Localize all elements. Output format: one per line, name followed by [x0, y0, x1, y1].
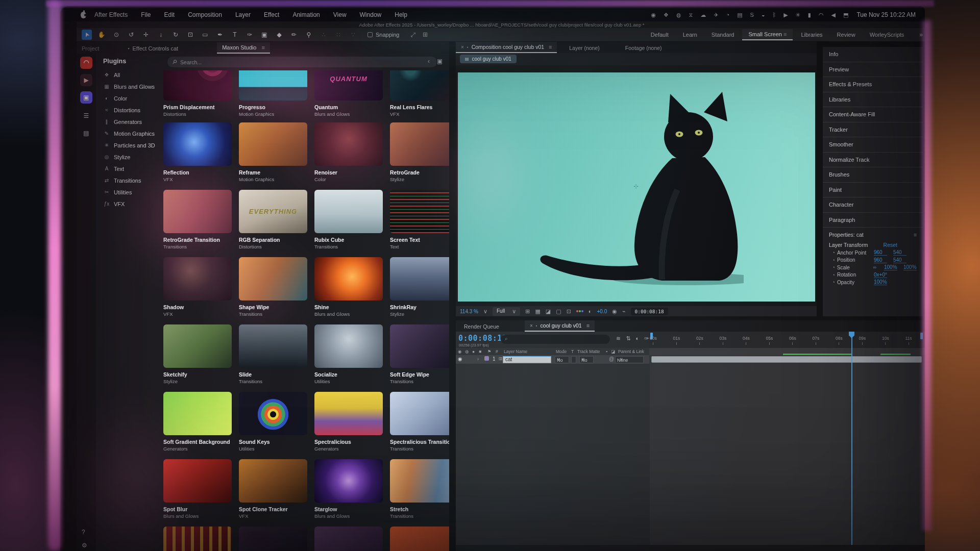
- category-vfx[interactable]: ƒx VFX: [96, 198, 163, 210]
- property-value[interactable]: 960: [874, 249, 887, 256]
- workspace-tab[interactable]: Libraries: [795, 30, 828, 40]
- display-icon[interactable]: ▤: [737, 12, 742, 18]
- column-track-matte[interactable]: Track Matte: [577, 349, 600, 354]
- property-value[interactable]: 100%: [874, 279, 887, 285]
- sliders-icon[interactable]: ☰: [80, 110, 92, 122]
- snapshot-camera-icon[interactable]: ◉: [612, 308, 617, 315]
- plugin-card[interactable]: Reflection VFX: [163, 122, 232, 182]
- workspace-tab[interactable]: Learn: [677, 30, 703, 40]
- stopwatch-icon[interactable]: ◔: [830, 265, 837, 270]
- plugin-card[interactable]: Spot Blur Blurs and Glows: [163, 459, 232, 519]
- battery-icon[interactable]: ▮: [808, 12, 811, 18]
- plugin-card[interactable]: RetroGrade Stylize: [390, 122, 449, 182]
- menu-item[interactable]: Effect: [264, 11, 279, 18]
- plugin-card[interactable]: Soft Edge Wipe Transitions: [390, 324, 449, 384]
- stopwatch-icon[interactable]: ◔: [830, 258, 837, 263]
- resolution-dropdown[interactable]: Full∨: [493, 307, 520, 316]
- category-all[interactable]: ❖ All: [96, 69, 163, 81]
- plugin-card[interactable]: Progresso Motion Graphics: [239, 70, 307, 117]
- close-icon[interactable]: ×: [530, 323, 533, 329]
- pan-behind-tool[interactable]: ⊡: [185, 30, 195, 40]
- track-matte-dropdown[interactable]: No ∨: [579, 356, 594, 363]
- menu-item[interactable]: File: [141, 11, 151, 18]
- property-value[interactable]: 540: [893, 257, 906, 263]
- show-channel-icon[interactable]: [576, 310, 583, 312]
- plugin-card[interactable]: Spot Clone Tracker VFX: [239, 459, 307, 519]
- expand-icon[interactable]: ⤢: [411, 31, 416, 38]
- work-area-bar[interactable]: [649, 348, 925, 355]
- tab-project[interactable]: Project: [77, 43, 104, 54]
- tab-composition[interactable]: × ▪ Composition cool guy club v01: [456, 42, 557, 53]
- assets-icon[interactable]: ▤: [80, 127, 92, 139]
- viewer-timecode[interactable]: 0:00:08:18: [631, 308, 668, 315]
- panel-header[interactable]: Info: [823, 47, 923, 62]
- audio-icon[interactable]: ◍: [465, 349, 469, 354]
- shush-icon[interactable]: S: [750, 12, 754, 18]
- panel-header[interactable]: Preview: [823, 62, 923, 78]
- eraser-tool[interactable]: ◆: [274, 30, 284, 40]
- magnification-value[interactable]: 114.3 %: [460, 309, 478, 314]
- plugin-card[interactable]: [314, 527, 383, 551]
- column-layer-name[interactable]: Layer Name: [504, 349, 527, 354]
- tab-effect-controls[interactable]: ▪ Effect Controls cat: [122, 43, 183, 54]
- plugin-card[interactable]: RetroGrade Transition Transitions: [163, 190, 232, 249]
- camera-tool-disabled-2[interactable]: ∷: [333, 30, 344, 40]
- camera-tool-disabled-1[interactable]: ∴: [318, 30, 329, 40]
- type-tool[interactable]: T: [230, 30, 240, 40]
- dropbox-icon[interactable]: ❖: [664, 12, 669, 18]
- menu-clock[interactable]: Tue Nov 25 10:22 AM: [856, 11, 916, 18]
- plugin-card[interactable]: Renoiser Color: [314, 122, 383, 182]
- exposure-icon[interactable]: ◐: [589, 308, 592, 314]
- snapping-toggle[interactable]: Snapping: [368, 32, 400, 38]
- panel-header[interactable]: Tracker: [823, 122, 923, 138]
- control-center-icon[interactable]: ⬒: [843, 12, 848, 18]
- category-blurs-and-glows[interactable]: ▦ Blurs and Glows: [96, 81, 163, 92]
- bluetooth-icon[interactable]: ᛒ: [773, 12, 776, 18]
- category-utilities[interactable]: ✂ Utilities: [96, 186, 163, 198]
- panel-header[interactable]: Content-Aware Fill: [823, 107, 923, 122]
- plugin-card[interactable]: Screen Text Text: [390, 190, 449, 249]
- timer-icon[interactable]: ⧖: [689, 12, 693, 18]
- exposure-value[interactable]: +0.0: [597, 309, 607, 314]
- plugin-card[interactable]: QUANTUM Quantum Blurs and Glows: [314, 70, 383, 117]
- panel-header[interactable]: Paragraph: [823, 213, 923, 228]
- menu-item[interactable]: Window: [360, 11, 382, 18]
- chevron-down-icon[interactable]: ∨: [483, 308, 487, 315]
- region-of-interest-icon[interactable]: ▢: [556, 308, 561, 315]
- frame-blend-icon[interactable]: ⇅: [626, 335, 630, 342]
- lock-icon[interactable]: ■: [479, 349, 481, 354]
- plugin-card[interactable]: Shine Blurs and Glows: [314, 257, 383, 317]
- timeline-scrollbar[interactable]: [456, 545, 925, 551]
- column-parent-link[interactable]: Parent & Link: [618, 349, 644, 354]
- help-icon[interactable]: ?: [82, 529, 85, 536]
- back-arrow-icon[interactable]: ‹: [428, 58, 430, 65]
- plugin-card[interactable]: [239, 527, 307, 551]
- twirl-icon[interactable]: ›: [477, 356, 479, 362]
- category-distortions[interactable]: ≈ Distortions: [96, 104, 163, 116]
- menu-item[interactable]: View: [333, 11, 347, 18]
- video-icon[interactable]: ◉: [458, 349, 461, 354]
- plugin-card[interactable]: Shape Wipe Transitions: [239, 257, 307, 317]
- solo-icon[interactable]: ●: [472, 349, 475, 354]
- comp-shy-icon[interactable]: ≋: [616, 335, 621, 342]
- snapping-checkbox[interactable]: [368, 32, 373, 37]
- roto-brush-tool[interactable]: ✏: [289, 30, 299, 40]
- selection-tool[interactable]: ➤: [82, 30, 92, 40]
- menu-item[interactable]: Edit: [164, 11, 175, 18]
- tab-timeline-comp[interactable]: × ▪ cool guy club v01: [525, 320, 595, 332]
- close-icon[interactable]: ×: [461, 44, 464, 50]
- transparency-grid-icon[interactable]: ▦: [535, 308, 540, 315]
- link-icon[interactable]: ∞: [873, 265, 884, 270]
- label-flag-icon[interactable]: ⚑: [487, 349, 492, 354]
- plugin-card[interactable]: Sound Keys Utilities: [239, 392, 307, 452]
- zoom-tool[interactable]: ⊙: [111, 30, 121, 40]
- plugin-card[interactable]: Starglow Blurs and Glows: [314, 459, 383, 519]
- plugin-card[interactable]: Soft Gradient Background Generators: [163, 392, 232, 452]
- loom-icon[interactable]: ◍: [676, 12, 681, 18]
- panel-header[interactable]: Effects & Presets: [823, 77, 923, 92]
- category-particles-and-3d[interactable]: ✳ Particles and 3D: [96, 139, 163, 151]
- plugin-card[interactable]: Spectralicious Transition Transitions: [390, 392, 449, 452]
- breadcrumb[interactable]: ▤ cool guy club v01: [460, 55, 517, 63]
- panel-header[interactable]: Brushes: [823, 167, 923, 183]
- workspace-tab[interactable]: Standard: [705, 30, 741, 40]
